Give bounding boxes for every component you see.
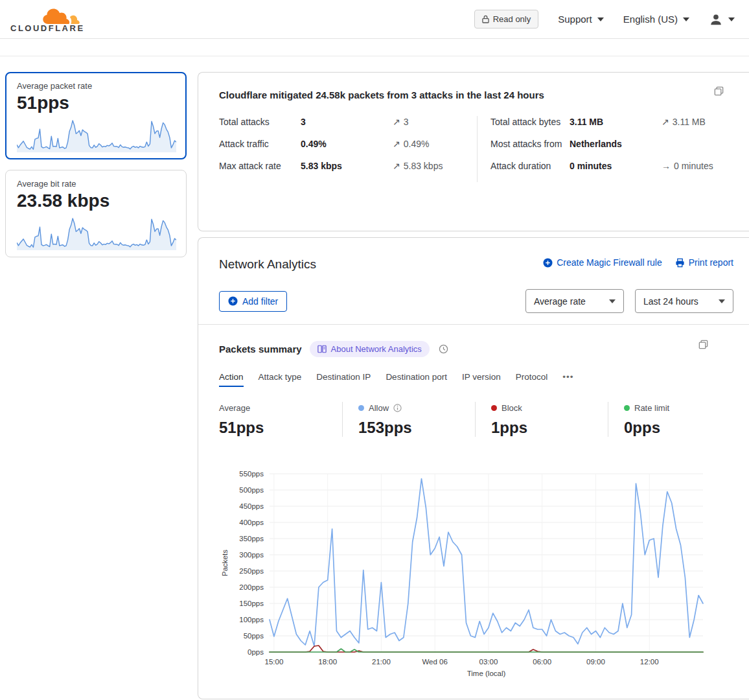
svg-text:15:00: 15:00 <box>265 658 284 666</box>
stat-allow: Allow 153pps <box>342 402 475 437</box>
svg-text:550pps: 550pps <box>239 470 264 478</box>
packets-time-series-chart: 0pps50pps100pps150pps200pps250pps300pps3… <box>219 466 733 679</box>
svg-text:12:00: 12:00 <box>640 658 659 666</box>
stat-row: Most attacks from Netherlands <box>490 138 726 150</box>
svg-text:Time (local): Time (local) <box>467 670 506 677</box>
svg-text:500pps: 500pps <box>239 486 264 494</box>
dimension-tabs: Action Attack type Destination IP Destin… <box>219 372 733 387</box>
trend-up-icon: ↗ <box>393 161 400 171</box>
tab-destination-ip[interactable]: Destination IP <box>316 372 371 387</box>
support-label: Support <box>558 14 592 25</box>
plus-circle-icon <box>543 258 553 268</box>
svg-text:300pps: 300pps <box>239 551 264 559</box>
svg-text:Packets: Packets <box>221 550 229 576</box>
language-menu[interactable]: English (US) <box>623 14 689 25</box>
metric-sidebar: Average packet rate 51pps Average bit ra… <box>5 72 187 257</box>
printer-icon <box>675 258 685 268</box>
svg-text:150pps: 150pps <box>239 600 264 607</box>
trend-up-icon: ↗ <box>662 117 669 127</box>
svg-text:50pps: 50pps <box>244 632 264 640</box>
tab-ip-version[interactable]: IP version <box>462 372 501 387</box>
metric-value: 23.58 kbps <box>17 191 175 211</box>
copy-icon[interactable] <box>713 86 724 97</box>
rate-limit-dot-icon <box>624 405 630 411</box>
chevron-down-icon <box>719 299 725 307</box>
read-only-badge: Read only <box>474 10 539 29</box>
svg-text:450pps: 450pps <box>239 502 264 510</box>
tab-destination-port[interactable]: Destination port <box>386 372 447 387</box>
packet-rate-sparkline <box>17 117 175 152</box>
stat-row: Total attack bytes 3.11 MB ↗3.11 MB <box>490 116 726 128</box>
allow-dot-icon <box>358 405 364 411</box>
stat-average: Average 51pps <box>219 402 342 437</box>
print-report-link[interactable]: Print report <box>675 257 733 268</box>
account-menu[interactable] <box>709 12 735 27</box>
add-filter-button[interactable]: Add filter <box>219 291 287 312</box>
chevron-down-icon <box>597 18 604 25</box>
svg-text:09:00: 09:00 <box>586 658 605 666</box>
svg-text:200pps: 200pps <box>239 583 264 591</box>
metric-label: Average packet rate <box>17 81 175 91</box>
trend-up-icon: ↗ <box>393 117 400 127</box>
stat-row: Attack traffic 0.49% ↗0.49% <box>219 138 477 150</box>
brand-name: CLOUDFLARE <box>10 23 85 33</box>
block-dot-icon <box>491 405 497 411</box>
attack-summary-card: Cloudflare mitigated 24.58k packets from… <box>198 72 749 231</box>
more-tabs-button[interactable]: ••• <box>562 372 573 387</box>
read-only-label: Read only <box>493 14 531 24</box>
plus-circle-icon <box>228 296 238 306</box>
summary-stats-left: Total attacks 3 ↗3 Attack traffic 0.49% … <box>219 116 477 182</box>
bit-rate-sparkline <box>17 215 175 250</box>
book-icon <box>317 345 327 353</box>
stat-row: Attack duration 0 minutes →0 minutes <box>490 160 726 172</box>
tab-protocol[interactable]: Protocol <box>516 372 548 387</box>
lock-icon <box>482 15 489 23</box>
section-title: Packets summary <box>219 344 302 355</box>
cloudflare-logo[interactable]: CLOUDFLARE <box>10 5 85 33</box>
chevron-down-icon <box>728 18 735 25</box>
metric-card-bit-rate[interactable]: Average bit rate 23.58 kbps <box>5 170 187 257</box>
network-analytics-card: Network Analytics Create Magic Firewall … <box>198 237 749 699</box>
stat-row: Total attacks 3 ↗3 <box>219 116 477 128</box>
stat-block: Block 1pps <box>475 402 608 437</box>
cloudflare-cloud-icon <box>40 5 83 25</box>
packets-stat-row: Average 51pps Allow <box>219 402 733 437</box>
svg-text:250pps: 250pps <box>239 567 264 575</box>
summary-stats-right: Total attack bytes 3.11 MB ↗3.11 MB Most… <box>477 116 726 182</box>
copy-icon[interactable] <box>698 339 709 350</box>
svg-text:18:00: 18:00 <box>318 658 337 666</box>
svg-text:100pps: 100pps <box>239 616 264 624</box>
about-network-analytics-badge[interactable]: About Network Analytics <box>310 341 430 357</box>
subheader-divider <box>0 39 749 56</box>
info-icon[interactable] <box>393 404 402 412</box>
page-title: Network Analytics <box>219 257 316 272</box>
stat-rate-limit: Rate limit 0pps <box>608 402 733 437</box>
packets-summary-section: Packets summary About Network Analytics <box>219 325 733 679</box>
trend-right-icon: → <box>662 161 671 171</box>
svg-text:400pps: 400pps <box>239 519 264 526</box>
metric-label: Average bit rate <box>17 179 175 189</box>
svg-text:Wed 06: Wed 06 <box>422 658 447 666</box>
attack-summary-title: Cloudflare mitigated 24.58k packets from… <box>219 89 726 100</box>
trend-up-icon: ↗ <box>393 139 400 149</box>
tab-attack-type[interactable]: Attack type <box>259 372 302 387</box>
svg-text:03:00: 03:00 <box>479 658 498 666</box>
user-icon <box>709 12 723 27</box>
time-range-select[interactable]: Last 24 hours <box>635 289 733 313</box>
time-period-icon[interactable] <box>439 344 448 354</box>
metric-card-packet-rate[interactable]: Average packet rate 51pps <box>5 72 187 159</box>
language-label: English (US) <box>623 14 678 25</box>
support-menu[interactable]: Support <box>558 14 604 25</box>
svg-text:350pps: 350pps <box>239 535 264 542</box>
stat-row: Max attack rate 5.83 kbps ↗5.83 kbps <box>219 160 477 172</box>
metric-select[interactable]: Average rate <box>525 289 624 313</box>
tab-action[interactable]: Action <box>219 372 244 387</box>
chevron-down-icon <box>609 299 616 307</box>
chevron-down-icon <box>683 18 689 25</box>
svg-text:0pps: 0pps <box>248 648 264 656</box>
top-header: CLOUDFLARE Read only Support English (US… <box>0 0 749 39</box>
create-magic-firewall-rule-link[interactable]: Create Magic Firewall rule <box>543 257 662 268</box>
svg-text:21:00: 21:00 <box>372 658 391 666</box>
svg-text:06:00: 06:00 <box>533 658 551 666</box>
metric-value: 51pps <box>17 93 175 113</box>
